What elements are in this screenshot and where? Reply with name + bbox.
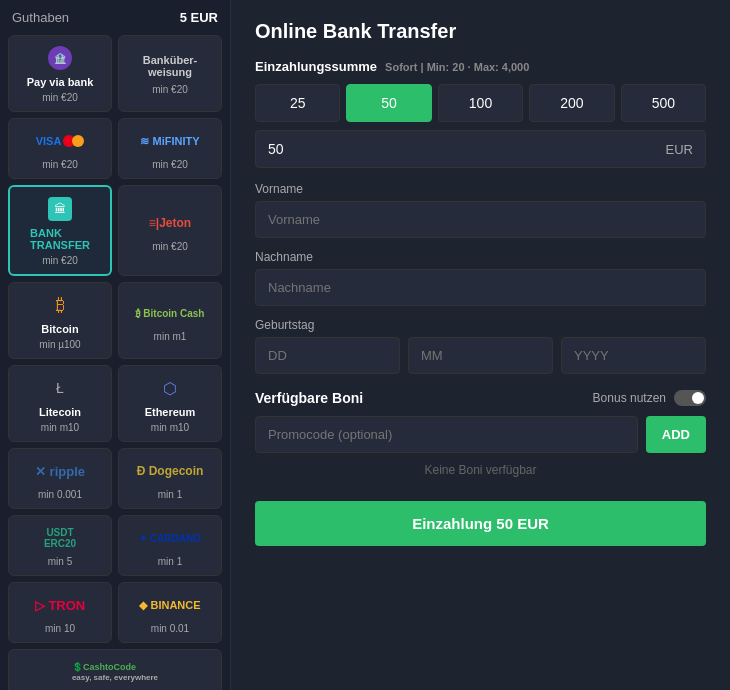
amount-input-row: EUR [255,130,706,168]
payment-item-usdt[interactable]: USDTERC20 min 5 [8,515,112,576]
balance-value: 5 EUR [180,10,218,25]
payment-min: min 10 [45,623,75,634]
payment-item-bank-uberweisung[interactable]: Banküber-weisung min €20 [118,35,222,112]
payment-min: min µ100 [39,339,80,350]
amount-btn-200[interactable]: 200 [529,84,614,122]
bonus-toggle[interactable] [674,390,706,406]
binance-icon: ◆ BINANCE [139,591,200,619]
vorname-label: Vorname [255,182,706,196]
payment-min: min €20 [152,241,188,252]
payment-item-cashtocode[interactable]: 💲CashtoCodeeasy, safe, everywhere min €2… [8,649,222,690]
payment-item-ethereum[interactable]: ⬡ Ethereum min m10 [118,365,222,442]
cashtocode-icon: 💲CashtoCodeeasy, safe, everywhere [72,658,158,686]
payment-min: min 0.001 [38,489,82,500]
panel-title: Online Bank Transfer [255,20,706,43]
amount-btn-25[interactable]: 25 [255,84,340,122]
payment-item-jeton[interactable]: ≡|Jeton min €20 [118,185,222,276]
bonus-header: Verfügbare Boni Bonus nutzen [255,390,706,406]
no-bonus-text: Keine Boni verfügbar [255,463,706,477]
payment-name: Ethereum [145,406,196,418]
right-panel: Online Bank Transfer Einzahlungssumme So… [230,0,730,690]
payment-item-litecoin[interactable]: Ł Litecoin min m10 [8,365,112,442]
bitcoin-icon: ₿ [56,291,65,319]
bonus-title: Verfügbare Boni [255,390,363,406]
payment-name: Bitcoin [41,323,78,335]
payment-min: min €20 [42,159,78,170]
payment-min: min €20 [152,84,188,95]
payment-item-bitcoin-cash[interactable]: ₿ Bitcoin Cash min m1 [118,282,222,359]
payment-min: min m10 [41,422,79,433]
mifinity-icon: ≋ MiFINITY [140,127,199,155]
nachname-label: Nachname [255,250,706,264]
payment-min: min 0.01 [151,623,189,634]
usdt-icon: USDTERC20 [44,524,76,552]
promo-input[interactable] [255,416,638,453]
payment-name: BANKTRANSFER [30,227,90,251]
amount-btn-500[interactable]: 500 [621,84,706,122]
currency-label: EUR [666,142,693,157]
yyyy-input[interactable] [561,337,706,374]
balance-label: Guthaben [12,10,69,25]
payment-item-mifinity[interactable]: ≋ MiFINITY min €20 [118,118,222,179]
bank-icon: 🏦 [48,44,72,72]
add-button[interactable]: ADD [646,416,706,453]
bonus-section: Verfügbare Boni Bonus nutzen ADD Keine B… [255,390,706,477]
payment-min: min €20 [42,92,78,103]
nachname-group: Nachname [255,250,706,306]
cardano-icon: ✦ CARDANO [139,524,201,552]
deposit-button[interactable]: Einzahlung 50 EUR [255,501,706,546]
payment-item-bitcoin[interactable]: ₿ Bitcoin min µ100 [8,282,112,359]
balance-bar: Guthaben 5 EUR [8,10,222,35]
litecoin-icon: Ł [56,374,64,402]
payment-name: Litecoin [39,406,81,418]
promo-row: ADD [255,416,706,453]
mm-input[interactable] [408,337,553,374]
left-panel: Guthaben 5 EUR 🏦 Pay via bank min €20 Ba… [0,0,230,690]
payment-item-tron[interactable]: ▷ TRON min 10 [8,582,112,643]
ethereum-icon: ⬡ [163,374,177,402]
deposit-sublabel: Sofort | Min: 20 · Max: 4,000 [385,61,529,73]
payment-item-cardano[interactable]: ✦ CARDANO min 1 [118,515,222,576]
jeton-icon: ≡|Jeton [149,209,191,237]
payment-min: min €20 [152,159,188,170]
dd-input[interactable] [255,337,400,374]
amount-btn-50[interactable]: 50 [346,84,431,122]
payment-min: min 5 [48,556,72,567]
bonus-toggle-label: Bonus nutzen [593,391,666,405]
bank-transfer-icon: 🏛 [48,195,72,223]
ripple-icon: ✕ ripple [35,457,85,485]
amount-buttons: 25 50 100 200 500 [255,84,706,122]
geburtstag-group: Geburtstag [255,318,706,374]
amount-btn-100[interactable]: 100 [438,84,523,122]
date-row [255,337,706,374]
dogecoin-icon: Ð Dogecoin [137,457,204,485]
bonus-toggle-row: Bonus nutzen [593,390,706,406]
amount-input[interactable] [268,141,666,157]
payment-name: Pay via bank [27,76,94,88]
bitcoincash-icon: ₿ Bitcoin Cash [136,299,205,327]
payment-min: min 1 [158,556,182,567]
transfer-icon: Banküber-weisung [143,52,197,80]
tron-icon: ▷ TRON [35,591,85,619]
nachname-input[interactable] [255,269,706,306]
payment-item-dogecoin[interactable]: Ð Dogecoin min 1 [118,448,222,509]
payment-item-ripple[interactable]: ✕ ripple min 0.001 [8,448,112,509]
payment-item-binance[interactable]: ◆ BINANCE min 0.01 [118,582,222,643]
payment-min: min €20 [42,255,78,266]
payment-grid: 🏦 Pay via bank min €20 Banküber-weisung … [8,35,222,690]
geburtstag-label: Geburtstag [255,318,706,332]
payment-item-visa[interactable]: VISA min €20 [8,118,112,179]
vorname-input[interactable] [255,201,706,238]
payment-min: min m1 [154,331,187,342]
payment-item-bank-transfer[interactable]: 🏛 BANKTRANSFER min €20 [8,185,112,276]
payment-min: min m10 [151,422,189,433]
vorname-group: Vorname [255,182,706,238]
payment-min: min 1 [158,489,182,500]
visa-icon: VISA [36,127,85,155]
deposit-section-label: Einzahlungssumme Sofort | Min: 20 · Max:… [255,59,706,74]
payment-item-pay-via-bank[interactable]: 🏦 Pay via bank min €20 [8,35,112,112]
